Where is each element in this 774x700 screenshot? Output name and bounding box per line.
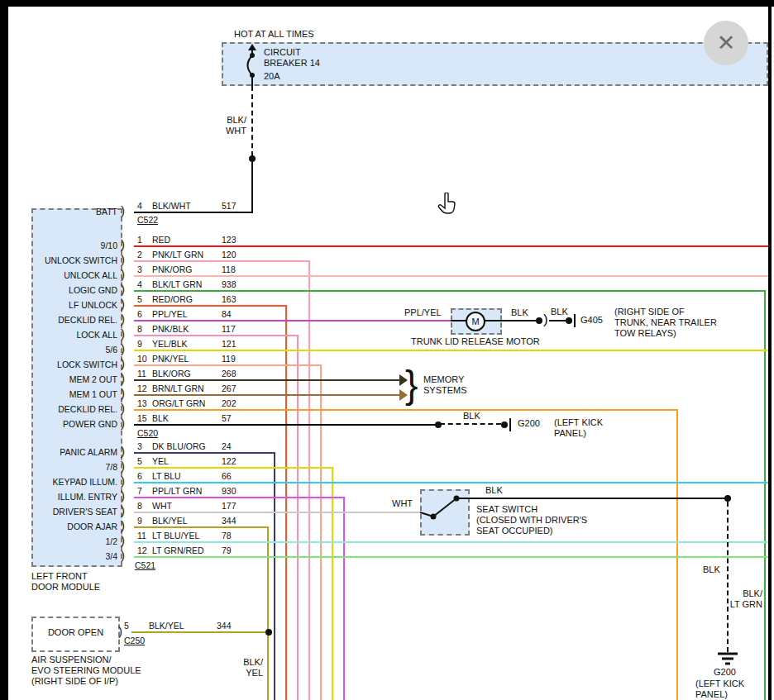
motor-lead-left (451, 320, 467, 321)
door-module-caption: LEFT FRONT DOOR MODULE (31, 571, 100, 593)
module-pin-label: MEM 1 OUT (33, 389, 117, 399)
wire-circuit-number: 268 (222, 369, 236, 379)
door-drop-wire-label: BLK/ YEL (235, 657, 263, 679)
pin-bracket-icon: ) (121, 401, 125, 415)
wire-line-vertical (320, 364, 322, 700)
wire-color-name: LT GRN/RED (152, 545, 204, 555)
wire-line-vertical (343, 497, 345, 700)
wire-color-name: BLK/YEL (149, 621, 184, 631)
close-button[interactable]: ✕ (704, 21, 748, 65)
wire-circuit-number: 517 (222, 201, 236, 211)
door-open-wire-line (131, 631, 269, 633)
wire-pin-number: 6 (137, 471, 142, 481)
ring-terminal-dot (501, 421, 508, 428)
motor-caption: TRUNK LID RELEASE MOTOR (411, 336, 540, 346)
circuit-breaker-rating: 20A (264, 71, 280, 81)
ground-location-note: (LEFT KICK PANEL) (554, 417, 603, 439)
motor-location-note: (RIGHT SIDE OF TRUNK, NEAR TRAILER TOW R… (614, 307, 717, 339)
motor-out-wire-1 (502, 320, 536, 321)
switch-blade-icon (420, 489, 470, 536)
motor-out-wire-2 (549, 320, 566, 321)
wire-line-vertical (764, 290, 766, 700)
pin-bracket-icon: ) (121, 518, 125, 532)
module-pin-label: LOCK ALL (33, 330, 117, 340)
wire-circuit-number: 117 (222, 324, 236, 334)
wire-color-name: LT BLU (152, 471, 181, 481)
wire-line (134, 364, 322, 366)
ring-terminal-bar (574, 314, 576, 327)
module-pin-label: UNLOCK ALL (33, 270, 117, 280)
wire-line-vertical (267, 526, 269, 700)
pin-bracket-icon: ) (121, 488, 125, 502)
wire-circuit-number: 163 (222, 294, 236, 304)
module-pin-label: UNLOCK SWITCH (33, 255, 117, 265)
module-pin-label: PANIC ALARM (33, 447, 117, 457)
wire-pin-number: 15 (137, 413, 147, 423)
inline-connector-icon: ) (543, 312, 548, 328)
wire-circuit-number: 344 (217, 621, 232, 631)
pin-bracket-icon: ) (121, 416, 125, 430)
module-pin-label: DECKLID REL. (33, 315, 117, 325)
door-open-label: DOOR OPEN (31, 627, 120, 637)
wire-color-name: BLK/ORG (152, 369, 191, 379)
motor-blk-label-1: BLK (511, 307, 528, 317)
module-pin-label: ILLUM. ENTRY (33, 492, 117, 502)
wire-color-name: WHT (152, 501, 172, 511)
pin-bracket-icon: ) (121, 371, 125, 385)
ground-label-g200: G200 (518, 418, 540, 428)
memory-systems-label: MEMORY SYSTEMS (423, 374, 467, 396)
wire-color-name: YEL/BLK (152, 339, 188, 349)
seat-switch-in-label: WHT (392, 498, 413, 508)
module-pin-label: 5/6 (33, 345, 117, 355)
right-edge-wire-label: BLK/ LT GRN (724, 588, 762, 610)
wire-line (134, 512, 420, 513)
wire-pin-number: 12 (137, 545, 147, 555)
wire-line (134, 379, 403, 381)
motor-lead-right (485, 320, 502, 321)
pin-bracket-icon: ) (121, 356, 125, 370)
pin-bracket-icon: ) (121, 503, 125, 517)
wire-line (134, 260, 310, 262)
wire-pin-number: 7 (137, 486, 142, 496)
module-pin-label: 1/2 (33, 536, 117, 546)
wire-pin-number: 4 (137, 201, 142, 211)
frame-border-right (768, 0, 772, 700)
wire-color-name: PNK/YEL (152, 354, 189, 364)
ground-icon (716, 651, 739, 666)
wire-color-name: BRN/LT GRN (152, 383, 204, 393)
pin-bracket-icon: ) (121, 282, 125, 296)
wire-pin-number: 11 (137, 531, 146, 540)
wire-circuit-number: 118 (222, 264, 236, 274)
wire-circuit-number: 79 (222, 545, 232, 555)
wire-line (134, 350, 768, 351)
pin-bracket-icon: ) (121, 341, 125, 355)
wire-circuit-number: 84 (222, 309, 232, 319)
module-pin-label: DOOR AJAR (33, 521, 117, 531)
wire-line-vertical (676, 409, 678, 700)
wire-pin-number: 12 (137, 383, 147, 393)
junction-dot (724, 495, 731, 502)
seat-switch-caption: SEAT SWITCH (476, 504, 538, 514)
feed-wire-label: BLK/ WHT (213, 115, 246, 136)
wire-line (134, 526, 269, 528)
wire-line (134, 320, 451, 321)
wire-color-name: RED (152, 235, 170, 245)
wire-color-name: BLK/WHT (152, 201, 191, 211)
wire-circuit-number: 177 (222, 501, 236, 511)
batt-wire-line (134, 212, 253, 213)
wire-circuit-number: 938 (222, 279, 236, 289)
module-pin-label: 9/10 (33, 240, 117, 250)
wire-line (134, 424, 438, 426)
wire-line (134, 497, 345, 498)
pin-bracket-icon: ) (121, 386, 125, 400)
wire-pin-number: 11 (137, 369, 146, 379)
wire-line (134, 335, 299, 336)
module-pin-label: KEYPAD ILLUM. (33, 477, 117, 487)
wire-color-name: PPL/LT GRN (152, 486, 202, 496)
wire-pin-number: 6 (137, 309, 142, 319)
wire-circuit-number: 267 (222, 383, 236, 393)
wire-pin-number: 3 (137, 264, 142, 274)
wire-color-name: PNK/BLK (152, 324, 189, 334)
pin-bracket-icon: ) (121, 444, 125, 458)
seat-switch-out-wire (470, 498, 728, 499)
